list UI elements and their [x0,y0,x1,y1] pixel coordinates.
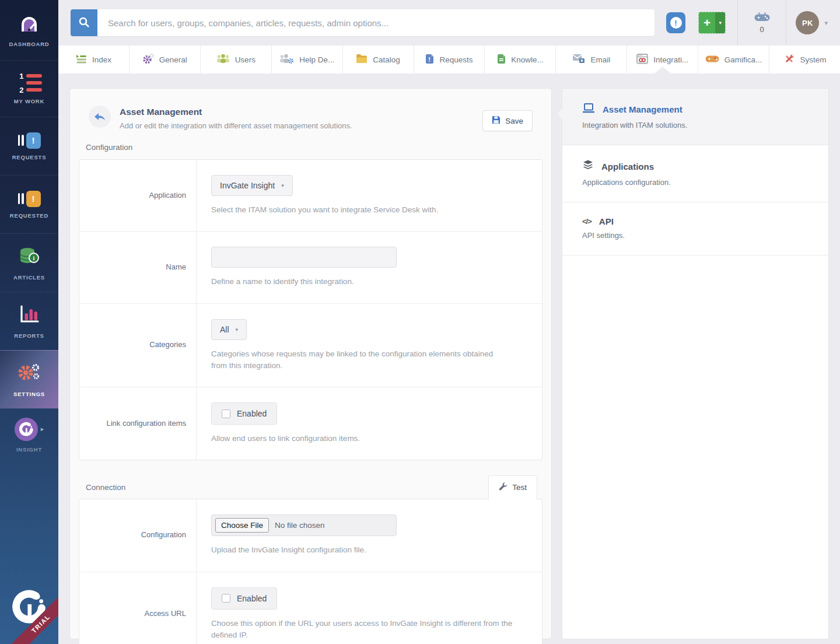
gamepad-icon [754,12,770,24]
sidebar-item-dashboard[interactable]: DASHBOARD [0,0,58,60]
tab-knowledge[interactable]: Knowle... [484,46,555,74]
field-help: Categories whose requests may be linked … [211,348,494,372]
sidebar-item-requests[interactable]: ! REQUESTS [0,117,58,175]
categories-select[interactable]: All ▾ [211,319,247,340]
tab-users[interactable]: Users [200,46,271,74]
tab-label: Knowle... [511,55,544,64]
chevron-down-icon[interactable]: ▾ [715,12,725,33]
sidebar-item-reports[interactable]: REPORTS [0,292,58,350]
categories-row: Categories All ▾ Categories whose reques… [79,304,542,388]
field-help: Allow end users to link configuration it… [211,433,524,444]
configuration-file-row: Configuration Choose File No file chosen… [79,499,542,572]
admin-tabbar: Index General Users [58,46,840,74]
field-label: Application [149,190,186,201]
section-label-configuration: Configuration [79,143,542,152]
field-help: Select the ITAM solution you want to int… [211,204,524,216]
sidebar-item-label: SETTINGS [13,391,45,397]
nav-item-title: Asset Management [603,104,682,114]
create-new-button[interactable]: + ▾ [698,12,726,34]
insight-logo-icon [15,418,38,441]
sidebar-item-label: INSIGHT [16,446,42,453]
tab-label: Integrati... [653,55,688,64]
folder-icon [356,54,368,65]
user-menu[interactable]: PK ▾ [796,11,828,34]
tab-gamification[interactable]: Gamifica... [698,46,769,74]
requests-icon: ! [18,132,41,149]
gamepad-icon [705,54,719,65]
dashboard-gauge-icon [18,13,41,36]
gamification-score[interactable]: 0 [737,0,787,46]
search-input[interactable] [97,9,654,36]
sidebar-item-settings[interactable]: SETTINGS [0,350,58,408]
tab-email[interactable]: Email [555,46,626,74]
checkbox-icon [222,594,230,603]
avatar[interactable]: PK [796,11,819,34]
sidebar-item-my-work[interactable]: 1 2 MY WORK [0,60,58,117]
sidebar-item-label: REQUESTS [12,154,47,160]
nav-item-subtitle: Integration with ITAM solutions. [582,121,808,130]
save-button[interactable]: Save [482,110,533,131]
laptop-icon [582,103,595,116]
tab-label: Catalog [373,55,400,64]
save-label: Save [505,117,523,125]
tab-requests[interactable]: ! Requests [414,46,485,74]
tab-label: Requests [439,55,473,64]
nav-item-api[interactable]: </> API API settings. [562,202,828,256]
tools-icon [783,53,795,66]
nav-item-subtitle: API settings. [582,231,808,240]
test-connection-button[interactable]: Test [488,475,537,499]
index-list-icon [76,54,87,65]
active-item-notch [557,108,562,119]
file-status: No file chosen [275,521,325,530]
link-configuration-items-checkbox[interactable]: Enabled [211,402,277,425]
sidebar-item-articles[interactable]: i ARTICLES [0,233,58,292]
sidebar-item-label: MY WORK [14,98,44,104]
articles-database-icon: i [18,246,41,269]
users-icon [216,54,230,65]
active-tab-pointer [654,66,671,74]
nav-item-title: Applications [601,162,654,172]
integrations-browser-icon [636,54,648,66]
floppy-disk-icon [492,116,501,126]
gears-icon [142,53,154,66]
asset-management-icon [89,106,111,128]
sidebar-item-label: DASHBOARD [9,41,50,47]
layers-icon [582,159,594,173]
nav-item-asset-management[interactable]: Asset Management Integration with ITAM s… [562,89,828,145]
tab-system[interactable]: System [769,46,840,74]
chevron-down-icon: ▾ [281,183,284,188]
choose-file-button[interactable]: Choose File [215,518,269,533]
application-select[interactable]: InvGate Insight ▾ [211,175,293,196]
tab-general[interactable]: General [129,46,200,74]
tab-index[interactable]: Index [58,46,129,74]
gamification-count: 0 [760,25,764,34]
name-field[interactable] [211,247,397,268]
alert-button[interactable]: ! [666,12,685,33]
access-url-checkbox[interactable]: Enabled [211,587,277,610]
chevron-down-icon[interactable]: ▾ [824,19,828,27]
sidebar-item-requested[interactable]: ! REQUESTED [0,175,58,233]
svg-text:!: ! [429,55,431,62]
help-desk-icon [279,54,294,66]
reports-chart-icon [18,304,40,327]
access-url-row: Access URL Enabled Choose this option if… [79,572,542,644]
configuration-file-input[interactable]: Choose File No file chosen [211,514,397,536]
tab-label: Email [590,55,610,64]
insight-expand-chevron-icon[interactable]: ▸ [41,425,44,433]
request-document-icon: ! [425,54,434,66]
nav-item-applications[interactable]: Applications Applications configuration. [562,145,828,202]
tab-integrations[interactable]: Integrati... [626,46,698,74]
field-help: Define a name to identify this integrati… [211,276,524,288]
link-configuration-items-row: Link configuration items Enabled Allow e… [79,387,542,460]
sidebar-item-label: REPORTS [14,332,44,339]
sidebar-item-insight[interactable]: ▸ INSIGHT [0,408,58,461]
settings-gears-icon [16,362,42,386]
field-label: Name [166,262,186,273]
tab-help-desk[interactable]: Help De... [271,46,342,74]
tab-catalog[interactable]: Catalog [342,46,414,74]
chevron-down-icon: ▾ [236,327,239,332]
field-help: Choose this option if the URL your users… [211,618,524,642]
sidebar: DASHBOARD 1 2 MY WORK ! REQUESTS ! REQUE… [0,0,58,644]
field-help: Upload the InvGate Insight configuration… [211,544,524,556]
search-button[interactable] [71,9,97,36]
